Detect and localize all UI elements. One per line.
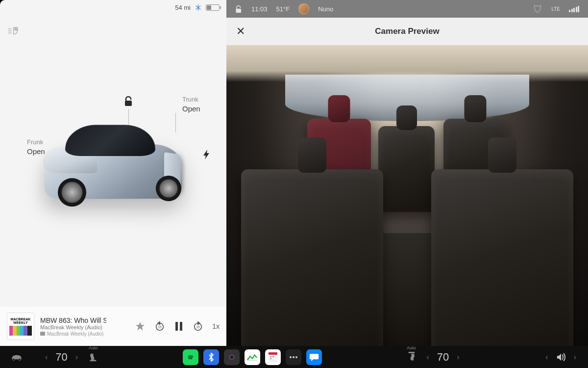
- svg-rect-6: [175, 322, 178, 331]
- battery-icon: [206, 4, 220, 11]
- app-messages[interactable]: [306, 349, 322, 365]
- play-pause-button[interactable]: [174, 321, 184, 332]
- svg-point-23: [293, 356, 294, 358]
- media-info[interactable]: MBW 863: Who Will S MacBreak Weekly (Aud…: [40, 316, 106, 337]
- svg-rect-13: [90, 360, 97, 361]
- svg-text:A: A: [16, 28, 17, 30]
- clock: 11:03: [251, 5, 268, 13]
- svg-rect-19: [270, 356, 271, 357]
- close-button[interactable]: ✕: [236, 25, 245, 38]
- profile-name[interactable]: Nuno: [318, 5, 333, 13]
- camera-preview-title: Camera Preview: [375, 26, 439, 36]
- media-subtitle: MacBreak Weekly (Audio): [40, 324, 106, 330]
- forward-15-button[interactable]: 15: [193, 321, 203, 332]
- rewind-15-button[interactable]: 15: [154, 321, 165, 332]
- app-energy[interactable]: [245, 349, 260, 365]
- right-panel: 11:03 51°F Nuno LTE ✕ Camera Preview: [226, 0, 588, 346]
- volume-up[interactable]: ›: [571, 353, 579, 362]
- svg-rect-25: [408, 352, 415, 353]
- left-status-bar: 54 mi: [175, 4, 220, 11]
- snowflake-icon: [195, 4, 202, 11]
- svg-text:15: 15: [196, 325, 200, 329]
- car-render[interactable]: [24, 93, 211, 250]
- app-spotify[interactable]: [183, 349, 198, 365]
- playback-speed-button[interactable]: 1x: [212, 322, 220, 330]
- media-player-bar: MACBREAK WEEKLY MBW 863: Who Will S MacB…: [0, 307, 226, 346]
- temp-right-up[interactable]: ›: [454, 353, 462, 362]
- seat-heat-right-button[interactable]: Auto: [402, 352, 421, 363]
- media-title: MBW 863: Who Will S: [40, 316, 106, 324]
- rear-center-seat: [378, 126, 435, 212]
- svg-rect-18: [269, 352, 277, 355]
- range-value: 54 mi: [175, 4, 191, 11]
- signal-icon: [569, 6, 579, 12]
- svg-point-11: [13, 358, 15, 360]
- front-right-seat: [431, 169, 573, 346]
- svg-rect-20: [272, 356, 274, 357]
- media-source: MacBreak Weekly (Audio): [40, 331, 106, 337]
- svg-point-24: [295, 356, 297, 358]
- svg-rect-10: [236, 8, 242, 12]
- svg-point-22: [290, 356, 292, 358]
- network-label: LTE: [551, 6, 560, 12]
- front-left-seat: [241, 169, 383, 346]
- vehicle-panel: 54 mi A Frunk Open Trunk Open: [0, 0, 226, 346]
- volume-button[interactable]: [553, 349, 569, 365]
- svg-point-16: [230, 356, 233, 359]
- svg-rect-7: [180, 322, 182, 331]
- profile-avatar[interactable]: [298, 3, 309, 14]
- app-more[interactable]: [286, 349, 301, 365]
- outside-temp[interactable]: 51°F: [276, 5, 290, 13]
- svg-text:15: 15: [158, 325, 162, 329]
- svg-rect-3: [40, 332, 45, 336]
- temp-right-down[interactable]: ‹: [424, 353, 432, 362]
- car-controls-button[interactable]: [9, 349, 24, 365]
- app-toybox[interactable]: [265, 349, 281, 365]
- svg-rect-21: [270, 358, 271, 359]
- temp-right-value[interactable]: 70: [435, 351, 451, 364]
- app-tray: [183, 349, 322, 365]
- svg-point-12: [19, 358, 21, 360]
- camera-feed[interactable]: [226, 45, 588, 346]
- app-dashcam[interactable]: [224, 349, 240, 365]
- unlock-icon[interactable]: [235, 5, 243, 13]
- route-shield-icon[interactable]: [533, 4, 542, 14]
- temp-left-value[interactable]: 70: [53, 351, 69, 364]
- temp-left-down[interactable]: ‹: [42, 353, 50, 362]
- bottom-dock: ‹ 70 › Auto Auto ‹ 70 › ‹ ›: [0, 346, 588, 368]
- album-art[interactable]: MACBREAK WEEKLY: [7, 313, 34, 340]
- temp-left-up[interactable]: ›: [73, 353, 81, 362]
- center-console: [378, 233, 437, 346]
- right-status-bar: 11:03 51°F Nuno LTE: [226, 0, 588, 18]
- app-bluetooth[interactable]: [203, 349, 219, 365]
- camera-preview-header: ✕ Camera Preview: [226, 18, 588, 45]
- headlights-button[interactable]: A: [7, 26, 20, 36]
- volume-down[interactable]: ‹: [542, 353, 551, 362]
- favorite-button[interactable]: [135, 321, 146, 332]
- seat-heat-left-button[interactable]: Auto: [84, 352, 102, 363]
